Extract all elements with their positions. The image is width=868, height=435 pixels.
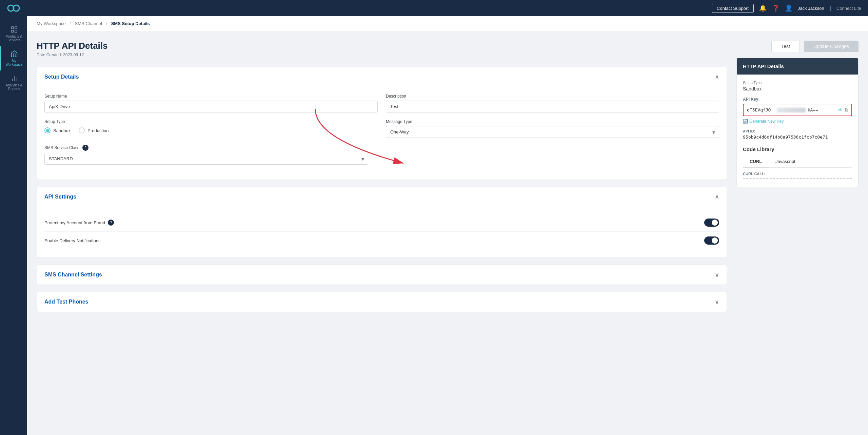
radio-production-label: Production — [87, 128, 108, 133]
code-curl-label: CURL CALL: — [743, 172, 852, 176]
setup-type-group: Setup Type Sandbox Production — [44, 119, 378, 138]
api-key-eye-icon[interactable]: 👁 — [838, 107, 843, 113]
code-library-title: Code Library — [743, 146, 852, 152]
api-id-label: API ID: — [743, 129, 852, 133]
logo[interactable] — [7, 3, 20, 13]
sidebar-label-workspace: My Workspace — [3, 59, 25, 66]
generate-key-refresh-icon: 🔄 — [743, 119, 748, 124]
protect-fraud-help-icon[interactable]: ? — [108, 220, 114, 226]
message-type-select-wrapper: One-Way Two-Way ▾ — [386, 126, 719, 138]
api-settings-chevron-icon: ∧ — [715, 193, 719, 201]
bell-icon[interactable]: 🔔 — [759, 4, 767, 12]
page-content: HTTP API Details Date Created: 2023-09-1… — [27, 31, 868, 434]
help-icon[interactable]: ❓ — [772, 4, 780, 12]
description-input[interactable] — [386, 101, 719, 112]
setup-details-body: Setup Name Description Setup Type — [37, 87, 727, 180]
description-label: Description — [386, 94, 719, 99]
api-id-value: 95bb9c4d6df14b0a97536c1fcb7c0e71 — [743, 134, 852, 140]
delivery-notifications-label-wrap: Enable Delivery Notifications — [44, 238, 100, 243]
delivery-notifications-label: Enable Delivery Notifications — [44, 238, 100, 243]
protect-fraud-label-wrap: Protect my Account from Fraud ? — [44, 220, 114, 226]
delivery-notifications-toggle[interactable] — [704, 236, 719, 245]
radio-sandbox-circle — [44, 127, 51, 133]
setup-type-label: Setup Type — [44, 119, 378, 124]
setup-name-input[interactable] — [44, 101, 378, 112]
breadcrumb: My Workspace / SMS Channel / SMS Setup D… — [27, 16, 868, 31]
api-key-label: API Key: — [743, 97, 852, 102]
test-button[interactable]: Test — [771, 41, 800, 52]
protect-fraud-label: Protect my Account from Fraud — [44, 220, 105, 225]
setup-type-detail-value: Sandbox — [743, 86, 852, 91]
breadcrumb-sep-2: / — [106, 21, 107, 26]
sms-service-class-group: SMS Service Class ? STANDARD PREMIUM BUL… — [44, 145, 368, 165]
breadcrumb-current: SMS Setup Details — [111, 21, 150, 26]
form-row-sms-class: SMS Service Class ? STANDARD PREMIUM BUL… — [44, 145, 719, 165]
api-settings-header[interactable]: API Settings ∧ — [37, 187, 727, 207]
code-tab-javascript[interactable]: Javascript — [769, 156, 802, 167]
api-details-card-header: HTTP API Details — [737, 58, 858, 75]
form-row-name-desc: Setup Name Description — [44, 94, 719, 112]
api-key-copy-icon[interactable]: ⧉ — [845, 107, 848, 113]
sidebar-item-my-workspace[interactable]: My Workspace — [0, 46, 27, 70]
setup-details-title: Setup Details — [44, 74, 79, 80]
api-details-card-body: Setup Type Sandbox API Key: dT5EVqfJQ kA… — [737, 75, 858, 187]
right-panel: Test Update Changes HTTP API Details Set… — [736, 41, 859, 424]
breadcrumb-sms-channel[interactable]: SMS Channel — [75, 21, 102, 26]
message-type-select[interactable]: One-Way Two-Way — [386, 126, 719, 138]
api-key-box: dT5EVqfJQ kA== 👁 ⧉ — [743, 104, 852, 116]
add-test-phones-header[interactable]: Add Test Phones ∨ — [37, 292, 727, 312]
breadcrumb-workspace[interactable]: My Workspace — [37, 21, 66, 26]
sms-service-help-icon[interactable]: ? — [82, 145, 88, 151]
topnav-right: Contact Support 🔔 ❓ 👤 Jack Jackson | Con… — [712, 4, 861, 13]
user-icon: 👤 — [785, 4, 792, 12]
api-settings-body: Protect my Account from Fraud ? Enable D… — [37, 207, 727, 257]
form-panel: HTTP API Details Date Created: 2023-09-1… — [37, 41, 736, 424]
form-row-type-message: Setup Type Sandbox Production — [44, 119, 719, 138]
api-settings-title: API Settings — [44, 194, 76, 200]
sms-service-class-wrapper: STANDARD PREMIUM BULK ▾ — [44, 153, 368, 165]
message-type-group: Message Type One-Way Two-Way ▾ — [386, 119, 719, 138]
nav-divider: | — [830, 5, 831, 11]
setup-details-header[interactable]: Setup Details ∧ — [37, 67, 727, 87]
update-changes-button[interactable]: Update Changes — [804, 41, 859, 52]
setup-name-group: Setup Name — [44, 94, 378, 112]
main-wrapper: My Workspace / SMS Channel / SMS Setup D… — [27, 16, 868, 434]
sms-channel-settings-header[interactable]: SMS Channel Settings ∨ — [37, 265, 727, 285]
radio-sandbox[interactable]: Sandbox — [44, 127, 71, 133]
code-tabs: CURL Javascript — [743, 156, 852, 168]
code-tab-curl[interactable]: CURL — [743, 156, 769, 167]
api-details-card: HTTP API Details Setup Type Sandbox API … — [736, 58, 859, 187]
description-group: Description — [386, 94, 719, 112]
radio-production[interactable]: Production — [79, 127, 108, 133]
add-test-phones-title: Add Test Phones — [44, 299, 88, 305]
setup-details-section: Setup Details ∧ Setup Name Description — [37, 67, 727, 180]
generate-key-label: Generate New Key — [749, 119, 784, 124]
user-name: Jack Jackson — [798, 6, 824, 11]
add-test-phones-section: Add Test Phones ∨ — [37, 292, 727, 312]
protect-fraud-row: Protect my Account from Fraud ? — [44, 214, 719, 232]
protect-fraud-toggle[interactable] — [704, 219, 719, 227]
contact-support-button[interactable]: Contact Support — [712, 4, 754, 13]
svg-rect-3 — [15, 27, 17, 29]
plan-label: Connect Lite — [836, 6, 861, 11]
add-test-phones-chevron-icon: ∨ — [715, 298, 719, 306]
sidebar-item-products-services[interactable]: Products & Services — [0, 22, 27, 46]
svg-rect-2 — [11, 27, 13, 29]
generate-new-key-button[interactable]: 🔄 Generate New Key — [743, 119, 852, 124]
svg-rect-4 — [11, 30, 13, 32]
page-title: HTTP API Details — [37, 41, 727, 51]
sidebar-item-analytics[interactable]: Analytics & Reports — [0, 70, 27, 95]
sms-service-class-select[interactable]: STANDARD PREMIUM BULK — [44, 153, 368, 165]
sidebar-label-products: Products & Services — [3, 35, 25, 42]
api-settings-section: API Settings ∧ Protect my Account from F… — [37, 187, 727, 258]
setup-type-detail-label: Setup Type — [743, 81, 852, 85]
api-key-icons: 👁 ⧉ — [838, 107, 848, 113]
delivery-notifications-row: Enable Delivery Notifications — [44, 232, 719, 249]
sidebar: Products & Services My Workspace Analyti… — [0, 16, 27, 434]
message-type-label: Message Type — [386, 119, 719, 124]
setup-name-label: Setup Name — [44, 94, 378, 99]
sms-service-class-label: SMS Service Class ? — [44, 145, 368, 151]
svg-rect-5 — [15, 30, 17, 32]
page-date: Date Created: 2023-09-12 — [37, 53, 727, 57]
sms-channel-settings-section: SMS Channel Settings ∨ — [37, 265, 727, 285]
